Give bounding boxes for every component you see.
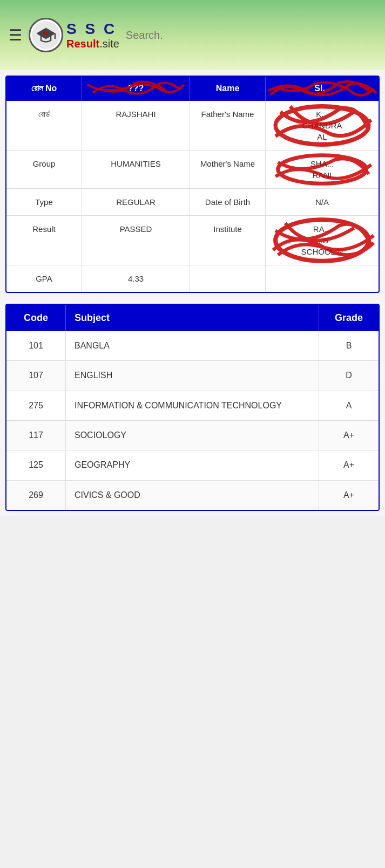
grade-civics: A+ [319, 481, 379, 510]
info-table-header: রোল No ??? Name SI... [6, 77, 379, 101]
cell-fathers-name-value: K...CHANDRAAL [266, 101, 379, 150]
cell-result-label: Result [6, 216, 82, 265]
subject-row-sociology: 117 SOCIOLOGY A+ [6, 421, 379, 450]
header-subject: Subject [66, 305, 319, 331]
subject-ict: INFORMATION & COMMUNICATION TECHNOLOGY [66, 391, 319, 420]
subject-english: ENGLISH [66, 361, 319, 390]
subject-geography: GEOGRAPHY [66, 450, 319, 480]
grade-sociology: A+ [319, 421, 379, 450]
grade-bangla: B [319, 331, 379, 360]
cell-type-value: REGULAR [82, 189, 190, 215]
info-row-board: বোর্ড RAJSHAHI Father's Name K...CHANDRA… [6, 101, 379, 151]
subject-civics: CIVICS & GOOD [66, 481, 319, 510]
logo-result-text: Result [66, 38, 99, 50]
cell-mothers-name-label: Mother's Name [190, 151, 266, 188]
main-content: রোল No ??? Name SI... [0, 70, 385, 516]
cell-gpa-empty1 [190, 265, 266, 292]
code-107: 107 [6, 361, 66, 390]
code-125: 125 [6, 450, 66, 480]
subject-row-geography: 125 GEOGRAPHY A+ [6, 450, 379, 480]
hamburger-menu-icon[interactable]: ☰ [9, 26, 22, 44]
logo-circle [29, 18, 63, 52]
cell-dob-value: N/A [266, 189, 379, 215]
cell-mothers-name-value: SHA...RANI [266, 151, 379, 188]
cell-dob-label: Date of Birth [190, 189, 266, 215]
header-si-pa: SI... [266, 77, 379, 101]
subject-row-ict: 275 INFORMATION & COMMUNICATION TECHNOLO… [6, 391, 379, 421]
cell-group-label: Group [6, 151, 82, 188]
info-row-result: Result PASSED Institute RA......SSCHOOL … [6, 216, 379, 265]
cell-type-label: Type [6, 189, 82, 215]
logo-text: S S C Result.site [66, 20, 119, 50]
logo-ssc-text: S S C [66, 20, 117, 38]
header-grade: Grade [319, 305, 379, 331]
svg-point-1 [44, 32, 48, 35]
info-row-gpa: GPA 4.33 [6, 265, 379, 292]
subject-row-english: 107 ENGLISH D [6, 361, 379, 391]
code-117: 117 [6, 421, 66, 450]
subject-row-bangla: 101 BANGLA B [6, 331, 379, 361]
info-row-type: Type REGULAR Date of Birth N/A [6, 189, 379, 216]
subject-sociology: SOCIOLOGY [66, 421, 319, 450]
header-code: Code [6, 305, 66, 331]
code-101: 101 [6, 331, 66, 360]
subject-table: Code Subject Grade 101 BANGLA B 107 ENGL… [5, 304, 380, 511]
code-275: 275 [6, 391, 66, 420]
cell-institute-label: Institute [190, 216, 266, 265]
scribble-mothers-name [266, 151, 379, 188]
cell-fathers-name-label: Father's Name [190, 101, 266, 150]
logo-container: S S C Result.site [29, 18, 119, 52]
cell-group-value: HUMANITIES [82, 151, 190, 188]
code-269: 269 [6, 481, 66, 510]
header-col2: ??? [82, 77, 190, 101]
cell-gpa-value: 4.33 [82, 265, 190, 292]
cell-board-value: RAJSHAHI [82, 101, 190, 150]
cell-gpa-empty2 [266, 265, 379, 292]
cell-institute-value: RA......SSCHOOL N [266, 216, 379, 265]
cell-gpa-label: GPA [6, 265, 82, 292]
info-row-group: Group HUMANITIES Mother's Name SHA...RAN… [6, 151, 379, 189]
grade-english: D [319, 361, 379, 390]
grade-geography: A+ [319, 450, 379, 480]
header-name: Name [190, 77, 266, 101]
search-input[interactable] [126, 29, 376, 42]
logo-icon [32, 21, 60, 49]
subject-row-civics: 269 CIVICS & GOOD A+ [6, 481, 379, 510]
subject-table-header: Code Subject Grade [6, 305, 379, 331]
header: ☰ S S C Result.site [0, 0, 385, 70]
graduation-cap-icon [36, 25, 56, 45]
cell-result-value: PASSED [82, 216, 190, 265]
logo-site-text: .site [99, 38, 119, 50]
header-roll-no: রোল No [6, 77, 82, 101]
grade-ict: A [319, 391, 379, 420]
info-table: রোল No ??? Name SI... [5, 76, 380, 293]
cell-board-label: বোর্ড [6, 101, 82, 150]
logo-result-site: Result.site [66, 38, 119, 50]
subject-bangla: BANGLA [66, 331, 319, 360]
